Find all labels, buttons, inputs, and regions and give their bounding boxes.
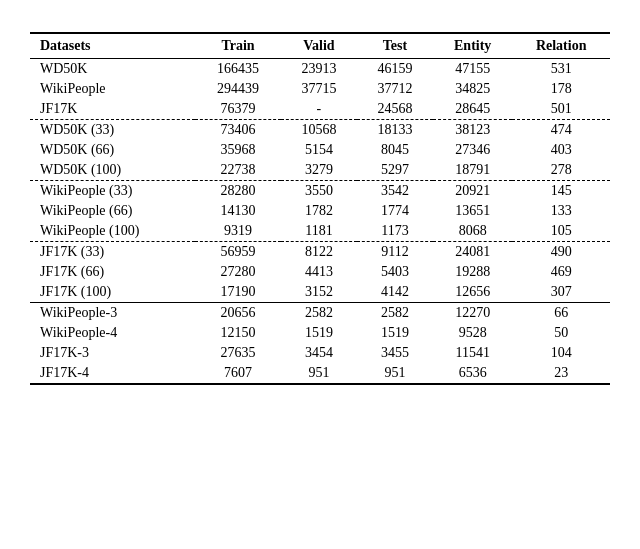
table-cell: JF17K (100) [30, 282, 195, 303]
table-cell: 12656 [433, 282, 512, 303]
table-cell: 10568 [281, 120, 357, 141]
table-cell: 2582 [357, 303, 433, 324]
table-cell: WikiPeople [30, 79, 195, 99]
table-cell: 5154 [281, 140, 357, 160]
table-cell: WikiPeople-3 [30, 303, 195, 324]
table-cell: 951 [357, 363, 433, 384]
table-cell: 23 [512, 363, 610, 384]
table-cell: 1774 [357, 201, 433, 221]
table-row: WikiPeople-41215015191519952850 [30, 323, 610, 343]
table-cell: 73406 [195, 120, 281, 141]
table-cell: 1782 [281, 201, 357, 221]
table-cell: WD50K (33) [30, 120, 195, 141]
table-cell: 5403 [357, 262, 433, 282]
table-cell: 12270 [433, 303, 512, 324]
table-cell: 104 [512, 343, 610, 363]
table-cell: 24081 [433, 242, 512, 263]
table-cell: 38123 [433, 120, 512, 141]
table-body: WD50K166435239134615947155531WikiPeople2… [30, 59, 610, 385]
table-cell: 166435 [195, 59, 281, 80]
table-cell: 133 [512, 201, 610, 221]
table-cell: 531 [512, 59, 610, 80]
table-cell: 474 [512, 120, 610, 141]
column-header-entity: Entity [433, 33, 512, 59]
table-row: JF17K-3276353454345511541104 [30, 343, 610, 363]
table-cell: 9112 [357, 242, 433, 263]
table-cell: 145 [512, 181, 610, 202]
table-row: WD50K (66)359685154804527346403 [30, 140, 610, 160]
table-cell: 490 [512, 242, 610, 263]
table-cell: 27635 [195, 343, 281, 363]
table-row: JF17K76379-2456828645501 [30, 99, 610, 120]
table-cell: WD50K (66) [30, 140, 195, 160]
table-row: WD50K (33)73406105681813338123474 [30, 120, 610, 141]
table-cell: 28280 [195, 181, 281, 202]
table-cell: 35968 [195, 140, 281, 160]
table-cell: JF17K-3 [30, 343, 195, 363]
table-cell: 307 [512, 282, 610, 303]
table-cell: 11541 [433, 343, 512, 363]
table-cell: 3454 [281, 343, 357, 363]
table-cell: 951 [281, 363, 357, 384]
table-cell: 8122 [281, 242, 357, 263]
table-cell: JF17K (66) [30, 262, 195, 282]
table-cell: 3455 [357, 343, 433, 363]
table-cell: 20656 [195, 303, 281, 324]
table-cell: WD50K (100) [30, 160, 195, 181]
table-cell: 7607 [195, 363, 281, 384]
table-cell: 14130 [195, 201, 281, 221]
column-header-train: Train [195, 33, 281, 59]
table-cell: 1519 [281, 323, 357, 343]
table-cell: 76379 [195, 99, 281, 120]
table-header: DatasetsTrainValidTestEntityRelation [30, 33, 610, 59]
table-row: WikiPeople-320656258225821227066 [30, 303, 610, 324]
table-cell: 3152 [281, 282, 357, 303]
table-cell: 278 [512, 160, 610, 181]
table-row: JF17K (66)272804413540319288469 [30, 262, 610, 282]
table-cell: 27280 [195, 262, 281, 282]
table-cell: JF17K (33) [30, 242, 195, 263]
table-cell: 178 [512, 79, 610, 99]
table-cell: - [281, 99, 357, 120]
table-cell: 5297 [357, 160, 433, 181]
table-row: WikiPeople (33)282803550354220921145 [30, 181, 610, 202]
table-row: JF17K (100)171903152414212656307 [30, 282, 610, 303]
table-cell: 469 [512, 262, 610, 282]
table-cell: 19288 [433, 262, 512, 282]
table-cell: WD50K [30, 59, 195, 80]
table-cell: 6536 [433, 363, 512, 384]
table-cell: WikiPeople (100) [30, 221, 195, 242]
table-cell: WikiPeople (33) [30, 181, 195, 202]
table-row: JF17K (33)569598122911224081490 [30, 242, 610, 263]
table-row: JF17K-47607951951653623 [30, 363, 610, 384]
column-header-relation: Relation [512, 33, 610, 59]
table-cell: WikiPeople-4 [30, 323, 195, 343]
table-cell: WikiPeople (66) [30, 201, 195, 221]
table-cell: 23913 [281, 59, 357, 80]
table-cell: 46159 [357, 59, 433, 80]
table-cell: 50 [512, 323, 610, 343]
table-cell: 8068 [433, 221, 512, 242]
header-row: DatasetsTrainValidTestEntityRelation [30, 33, 610, 59]
table-cell: 8045 [357, 140, 433, 160]
table-cell: 3542 [357, 181, 433, 202]
table-cell: 18791 [433, 160, 512, 181]
table-cell: 1181 [281, 221, 357, 242]
table-cell: 28645 [433, 99, 512, 120]
table-cell: 56959 [195, 242, 281, 263]
table-cell: 1173 [357, 221, 433, 242]
table-row: WikiPeople (66)141301782177413651133 [30, 201, 610, 221]
table-cell: 9319 [195, 221, 281, 242]
table-cell: 20921 [433, 181, 512, 202]
table-cell: 37712 [357, 79, 433, 99]
table-cell: 22738 [195, 160, 281, 181]
table-cell: 501 [512, 99, 610, 120]
table-row: WD50K166435239134615947155531 [30, 59, 610, 80]
table-cell: 13651 [433, 201, 512, 221]
table-cell: 27346 [433, 140, 512, 160]
table-cell: 47155 [433, 59, 512, 80]
table-cell: 105 [512, 221, 610, 242]
table-row: WikiPeople294439377153771234825178 [30, 79, 610, 99]
table-cell: 12150 [195, 323, 281, 343]
table-cell: 4413 [281, 262, 357, 282]
